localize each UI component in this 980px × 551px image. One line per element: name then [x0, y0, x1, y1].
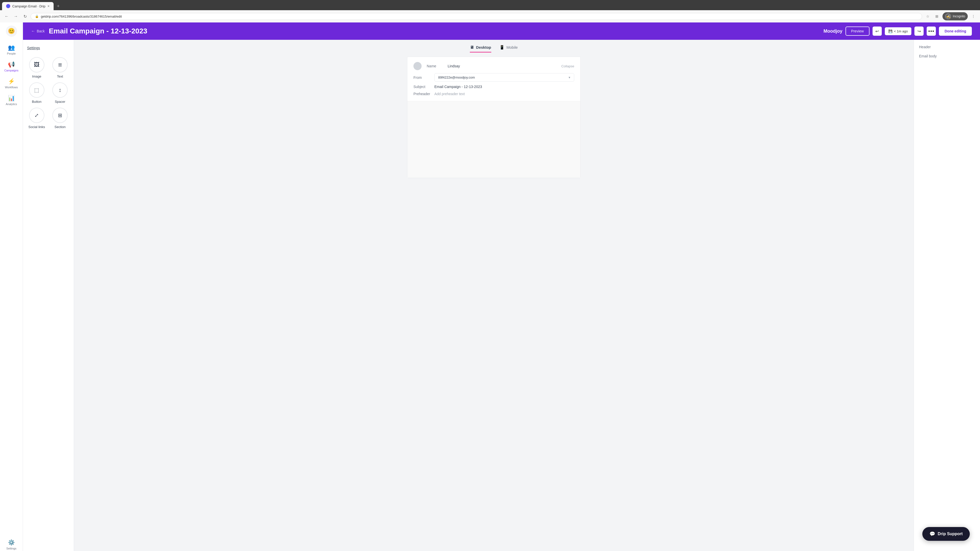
browser-chrome: 🌀 Campaign Email · Drip × + ← → ↻ 🔒 getd… — [0, 0, 980, 22]
sidebar-item-workflows[interactable]: ⚡ Workflows — [2, 76, 21, 91]
redo-icon: ↪ — [918, 29, 921, 34]
tool-image[interactable]: 🖼 Image — [27, 57, 46, 78]
incognito-avatar: 🕵 — [945, 13, 951, 19]
new-tab-button[interactable]: + — [55, 3, 62, 10]
tab-favicon: 🌀 — [6, 4, 10, 8]
social-links-icon: ⤢ — [29, 108, 45, 123]
main-content: ← Back Email Campaign - 12-13-2023 Moodj… — [23, 22, 980, 551]
sidebar: 😊 👥 People 📢 Campaigns ⚡ Workflows 📊 Ana… — [0, 22, 23, 551]
from-field-row: From 89f4222e@moodjoy.com ▾ — [414, 73, 574, 82]
back-arrow-icon: ← — [31, 29, 35, 33]
url-text: getdrip.com/7641396/broadcasts/318674615… — [41, 14, 122, 18]
browser-toolbar: ← → ↻ 🔒 getdrip.com/7641396/broadcasts/3… — [0, 10, 980, 22]
undo-button[interactable]: ↩ — [873, 27, 882, 36]
tab-title: Campaign Email · Drip — [12, 4, 45, 8]
right-panel: Header Email body — [914, 40, 980, 551]
subject-value[interactable]: Email Campaign - 12-13-2023 — [434, 85, 482, 89]
star-icon[interactable]: ☆ — [924, 13, 931, 20]
name-label: Name — [427, 64, 445, 68]
lock-icon: 🔒 — [35, 14, 39, 18]
header-left: ← Back Email Campaign - 12-13-2023 — [31, 27, 147, 35]
chat-icon: 💬 — [929, 531, 935, 537]
content-area: Settings 🖼 Image ≡ Text ⬚ Button — [23, 40, 980, 551]
campaigns-icon: 📢 — [8, 61, 15, 68]
tool-button[interactable]: ⬚ Button — [27, 83, 46, 103]
forward-button[interactable]: → — [12, 13, 19, 20]
desktop-tab-label: Desktop — [476, 45, 491, 49]
workflows-icon: ⚡ — [8, 78, 15, 85]
image-label: Image — [32, 75, 41, 78]
refresh-button[interactable]: ↻ — [21, 13, 29, 20]
header-bar: ← Back Email Campaign - 12-13-2023 Moodj… — [23, 22, 980, 40]
from-dropdown[interactable]: 89f4222e@moodjoy.com ▾ — [434, 73, 574, 82]
done-editing-button[interactable]: Done editing — [939, 27, 972, 36]
sidebar-bottom: ⚙️ Settings — [2, 537, 21, 551]
sidebar-workflows-label: Workflows — [5, 86, 18, 89]
more-icon: ••• — [928, 28, 934, 34]
incognito-button[interactable]: 🕵 Incognito — [942, 12, 968, 21]
tool-spacer[interactable]: ↕ Spacer — [51, 83, 70, 103]
active-tab[interactable]: 🌀 Campaign Email · Drip × — [2, 2, 54, 10]
text-icon: ≡ — [52, 57, 68, 73]
incognito-label: Incognito — [953, 14, 965, 18]
desktop-tab-icon: 🖥 — [470, 45, 474, 50]
sidebar-item-campaigns[interactable]: 📢 Campaigns — [2, 59, 21, 75]
preheader-label: Preheader — [414, 92, 431, 96]
sidebar-item-settings[interactable]: ⚙️ Settings — [2, 537, 21, 551]
collapse-button[interactable]: Collapse — [561, 64, 574, 68]
subject-label: Subject — [414, 85, 431, 89]
settings-icon: ⚙️ — [8, 539, 15, 546]
tool-text[interactable]: ≡ Text — [51, 57, 70, 78]
back-button[interactable]: ← Back — [31, 29, 45, 33]
more-options-button[interactable]: ••• — [927, 27, 936, 36]
settings-link[interactable]: Settings — [27, 46, 70, 50]
save-button[interactable]: 💾 < 1m ago — [885, 27, 912, 35]
preheader-field-row: Preheader Add preheader text — [414, 92, 574, 96]
right-panel-body-label: Email body — [919, 54, 975, 58]
close-tab-button[interactable]: × — [48, 4, 49, 8]
address-bar[interactable]: 🔒 getdrip.com/7641396/broadcasts/3186746… — [30, 13, 922, 20]
spacer-icon: ↕ — [52, 83, 68, 98]
undo-icon: ↩ — [875, 29, 879, 34]
tab-desktop[interactable]: 🖥 Desktop — [470, 45, 491, 52]
subject-field-row: Subject Email Campaign - 12-13-2023 — [414, 85, 574, 89]
right-panel-header-label: Header — [919, 45, 975, 49]
tool-social-links[interactable]: ⤢ Social links — [27, 108, 46, 129]
from-email: 89f4222e@moodjoy.com — [438, 76, 475, 79]
section-label: Section — [55, 125, 65, 129]
social-links-label: Social links — [28, 125, 45, 129]
back-button[interactable]: ← — [3, 13, 10, 20]
sidebar-analytics-label: Analytics — [6, 103, 17, 106]
preview-area: 🖥 Desktop 📱 Mobile Name Lindsay — [74, 40, 914, 551]
tools-grid: 🖼 Image ≡ Text ⬚ Button ↕ Spacer — [27, 57, 70, 129]
tab-bar: 🌀 Campaign Email · Drip × + — [0, 0, 980, 10]
preview-button[interactable]: Preview — [845, 27, 870, 36]
mobile-tab-label: Mobile — [507, 45, 518, 49]
sidebar-item-analytics[interactable]: 📊 Analytics — [2, 92, 21, 108]
sidebar-settings-label: Settings — [6, 547, 17, 550]
redo-button[interactable]: ↪ — [915, 27, 924, 36]
sidebar-people-label: People — [7, 52, 16, 55]
browser-more-icon[interactable]: ⋮ — [970, 13, 977, 20]
preheader-input[interactable]: Add preheader text — [434, 92, 465, 96]
mobile-tab-icon: 📱 — [500, 45, 504, 50]
tool-section[interactable]: ⊞ Section — [51, 108, 70, 129]
text-label: Text — [57, 75, 63, 78]
save-icon: 💾 — [888, 29, 892, 33]
back-label: Back — [37, 29, 45, 33]
app-logo[interactable]: 😊 — [6, 25, 17, 37]
right-panel-body-section: Email body — [919, 54, 975, 58]
button-label: Button — [32, 100, 41, 103]
preview-tabs: 🖥 Desktop 📱 Mobile — [79, 45, 908, 52]
people-icon: 👥 — [8, 44, 15, 51]
extensions-icon[interactable]: ⊞ — [933, 13, 940, 20]
tab-mobile[interactable]: 📱 Mobile — [500, 45, 518, 52]
save-group: 💾 < 1m ago — [885, 27, 912, 35]
drip-support-button[interactable]: 💬 Drip Support — [922, 527, 970, 541]
name-value: Lindsay — [448, 64, 460, 68]
tools-panel: Settings 🖼 Image ≡ Text ⬚ Button — [23, 40, 74, 551]
chevron-down-icon: ▾ — [569, 76, 570, 79]
spacer-label: Spacer — [55, 100, 65, 103]
email-body-area[interactable] — [407, 101, 580, 178]
sidebar-item-people[interactable]: 👥 People — [2, 42, 21, 58]
